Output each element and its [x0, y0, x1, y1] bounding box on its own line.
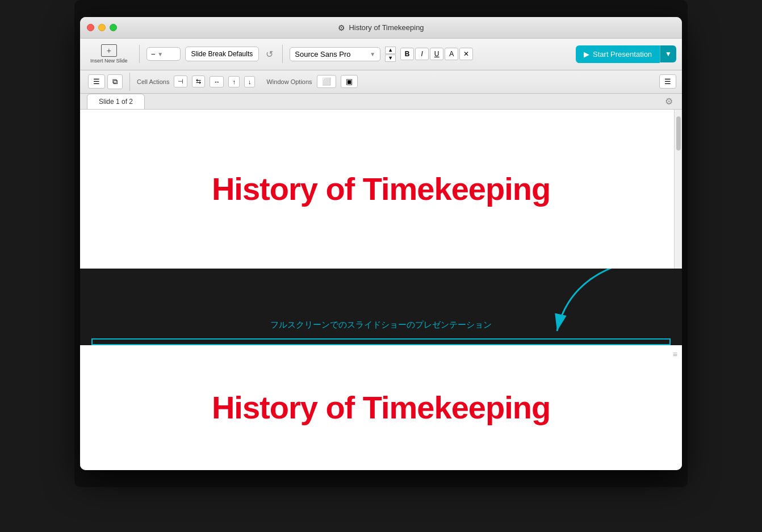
maximize-button[interactable]: [110, 24, 117, 31]
title-bar: ⚙ History of Timekeeping: [80, 17, 682, 39]
minimize-button[interactable]: [98, 24, 106, 31]
cell-align-bottom[interactable]: ↓: [244, 76, 256, 87]
start-presentation-button[interactable]: ▶ Start Presentation: [576, 45, 660, 63]
start-presentation-label: Start Presentation: [593, 50, 652, 58]
dropdown-arrow: ▼: [157, 51, 163, 57]
slide-tab[interactable]: Slide 1 of 2: [87, 94, 145, 109]
start-presentation-group: ▶ Start Presentation ▼: [576, 45, 676, 63]
annotation-arrow: [512, 269, 637, 345]
font-size-controls: ▲ ▼: [385, 47, 396, 62]
panel-view-button[interactable]: ☰: [659, 74, 676, 89]
cell-actions-label: Cell Actions: [137, 78, 169, 85]
tab-area: Slide 1 of 2 ⚙: [80, 94, 682, 110]
tab-bar: Slide 1 of 2 ⚙: [80, 94, 682, 110]
minus-label: –: [152, 50, 156, 58]
cell-align-top[interactable]: ↑: [228, 76, 240, 87]
cell-expand-h[interactable]: ↔: [210, 76, 224, 87]
separator1: [139, 45, 140, 63]
start-presentation-dropdown[interactable]: ▼: [660, 45, 676, 62]
toolbar-row2: ☰ ⧉ Cell Actions ⊣ ⇆ ↔ ↑ ↓ Window Option…: [80, 70, 682, 94]
settings-icon[interactable]: ⚙: [663, 94, 675, 109]
window-title: History of Timekeeping: [349, 23, 424, 32]
slide-1-title: History of Timekeeping: [212, 170, 550, 207]
italic-button[interactable]: I: [415, 48, 429, 60]
slide-1-area: History of Timekeeping: [80, 110, 682, 269]
bold-button[interactable]: B: [400, 48, 414, 60]
text-color-button[interactable]: A: [445, 48, 458, 60]
undo-button[interactable]: ↺: [263, 47, 275, 62]
cell-align-right[interactable]: ⇆: [192, 76, 205, 87]
separator3: [129, 73, 130, 91]
play-icon: ▶: [584, 50, 589, 58]
insert-icon: +: [101, 44, 117, 57]
copy-button[interactable]: ⧉: [107, 74, 123, 89]
eraser-button[interactable]: ✕: [459, 48, 473, 60]
slide-break-defaults-button[interactable]: Slide Break Defaults: [185, 47, 259, 61]
cell-align-left[interactable]: ⊣: [174, 76, 187, 87]
right-toolbar-btns: ☰: [659, 74, 676, 89]
window-title-group: ⚙ History of Timekeeping: [338, 23, 424, 32]
slide2-menu-icon[interactable]: ≡: [673, 350, 677, 359]
app-frame: ⚙ History of Timekeeping + Insert New Sl…: [74, 0, 688, 487]
scrollbar[interactable]: [674, 110, 682, 269]
traffic-lights: [87, 24, 117, 31]
teal-highlight-box: [91, 338, 671, 345]
font-name-label: Source Sans Pro: [295, 50, 350, 58]
font-size-up-button[interactable]: ▲: [385, 47, 396, 54]
window-options-label: Window Options: [266, 78, 312, 85]
annotation-text: フルスクリーンでのスライドショーのプレゼンテーション: [270, 320, 492, 330]
toolbar-row1: + Insert New Slide – ▼ Slide Break Defau…: [80, 39, 682, 70]
sidebar-toggle-button[interactable]: ☰: [88, 74, 105, 89]
window-option-panel[interactable]: ▣: [341, 75, 358, 88]
separator2: [282, 45, 283, 63]
text-format-group: B I U A ✕: [400, 48, 473, 60]
insert-label: Insert New Slide: [90, 58, 128, 64]
window-option-expand[interactable]: ⬜: [317, 75, 336, 88]
slide-2-title: History of Timekeeping: [212, 389, 550, 426]
font-size-down-button[interactable]: ▼: [385, 55, 396, 62]
insert-new-slide-button[interactable]: + Insert New Slide: [86, 42, 132, 66]
underline-button[interactable]: U: [430, 48, 443, 60]
close-button[interactable]: [87, 24, 94, 31]
mac-window: ⚙ History of Timekeeping + Insert New Sl…: [80, 17, 682, 470]
minus-dropdown[interactable]: – ▼: [146, 47, 181, 61]
font-dropdown-arrow: ▼: [370, 51, 375, 57]
slide-2-area: History of Timekeeping ≡: [80, 345, 682, 470]
scrollbar-thumb: [676, 116, 681, 150]
annotation-area: フルスクリーンでのスライドショーのプレゼンテーション: [80, 269, 682, 345]
font-dropdown[interactable]: Source Sans Pro ▼: [290, 47, 380, 61]
app-icon: ⚙: [338, 23, 345, 32]
